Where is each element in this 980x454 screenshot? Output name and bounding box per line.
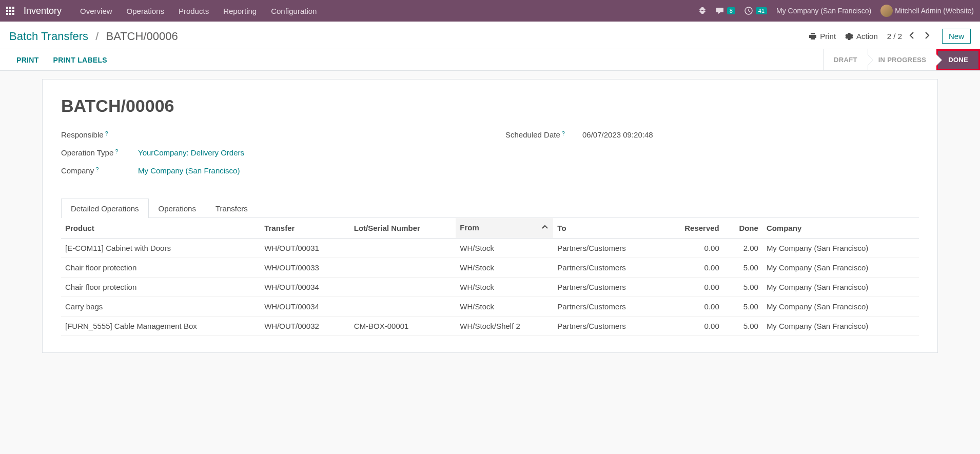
cell-done: 2.00	[723, 239, 762, 258]
cell-company: My Company (San Francisco)	[762, 258, 919, 278]
value-company[interactable]: My Company (San Francisco)	[138, 166, 240, 175]
th-company[interactable]: Company	[762, 218, 919, 239]
cell-to: Partners/Customers	[553, 239, 662, 258]
table-row[interactable]: [E-COM11] Cabinet with Doors WH/OUT/0003…	[61, 239, 919, 258]
navbar: Inventory Overview Operations Products R…	[0, 0, 980, 22]
table-row[interactable]: [FURN_5555] Cable Management Box WH/OUT/…	[61, 317, 919, 336]
cell-lot	[350, 258, 456, 278]
nav-operations[interactable]: Operations	[127, 7, 164, 15]
cell-transfer: WH/OUT/00034	[260, 297, 350, 317]
cell-transfer: WH/OUT/00032	[260, 317, 350, 336]
form-container: BATCH/00006 Responsible ? Operation Type…	[0, 71, 980, 373]
cell-company: My Company (San Francisco)	[762, 317, 919, 336]
th-done[interactable]: Done	[723, 218, 762, 239]
cell-to: Partners/Customers	[553, 278, 662, 297]
status-done[interactable]: DONE	[936, 49, 980, 70]
chevron-right-icon	[923, 31, 931, 40]
cell-done: 5.00	[723, 258, 762, 278]
cell-done: 5.00	[723, 297, 762, 317]
help-icon[interactable]: ?	[115, 148, 118, 154]
cell-reserved: 0.00	[662, 258, 723, 278]
breadcrumb: Batch Transfers / BATCH/00006	[9, 30, 178, 43]
help-icon[interactable]: ?	[105, 130, 108, 136]
th-lot[interactable]: Lot/Serial Number	[350, 218, 456, 239]
cell-product: Carry bags	[61, 297, 260, 317]
table-row[interactable]: Carry bags WH/OUT/00034 WH/Stock Partner…	[61, 297, 919, 317]
th-product[interactable]: Product	[61, 218, 260, 239]
statusbar: DRAFT IN PROGRESS DONE	[823, 49, 980, 70]
help-icon[interactable]: ?	[95, 166, 99, 172]
avatar-icon	[880, 5, 893, 17]
action-label: Action	[856, 32, 878, 41]
table-row[interactable]: Chair floor protection WH/OUT/00034 WH/S…	[61, 278, 919, 297]
cell-from: WH/Stock	[456, 239, 553, 258]
label-responsible: Responsible	[61, 130, 104, 139]
apps-icon[interactable]	[6, 7, 14, 15]
cell-done: 5.00	[723, 317, 762, 336]
cell-company: My Company (San Francisco)	[762, 297, 919, 317]
cell-lot: CM-BOX-00001	[350, 317, 456, 336]
th-transfer[interactable]: Transfer	[260, 218, 350, 239]
table-row[interactable]: Chair floor protection WH/OUT/00033 WH/S…	[61, 258, 919, 278]
cell-lot	[350, 297, 456, 317]
operations-table: Product Transfer Lot/Serial Number From …	[61, 218, 919, 336]
cell-to: Partners/Customers	[553, 258, 662, 278]
print-dropdown[interactable]: Print	[809, 32, 836, 41]
th-to[interactable]: To	[553, 218, 662, 239]
nav-configuration[interactable]: Configuration	[271, 7, 317, 15]
action-dropdown[interactable]: Action	[845, 32, 878, 41]
cell-transfer: WH/OUT/00034	[260, 278, 350, 297]
value-scheduled-date[interactable]: 06/07/2023 09:20:48	[582, 130, 919, 139]
user-menu[interactable]: Mitchell Admin (Website)	[880, 5, 974, 17]
tab-operations[interactable]: Operations	[149, 199, 206, 218]
tab-detailed-operations[interactable]: Detailed Operations	[61, 199, 149, 218]
cell-transfer: WH/OUT/00031	[260, 239, 350, 258]
cell-reserved: 0.00	[662, 239, 723, 258]
cell-done: 5.00	[723, 278, 762, 297]
cell-product: Chair floor protection	[61, 258, 260, 278]
breadcrumb-current: BATCH/00006	[106, 30, 178, 43]
cell-to: Partners/Customers	[553, 317, 662, 336]
cell-reserved: 0.00	[662, 278, 723, 297]
th-from-label: From	[460, 223, 479, 232]
messaging-icon[interactable]: 8	[716, 7, 735, 15]
cell-product: [FURN_5555] Cable Management Box	[61, 317, 260, 336]
cell-lot	[350, 278, 456, 297]
tab-transfers[interactable]: Transfers	[206, 199, 258, 218]
pager-value[interactable]: 2 / 2	[887, 32, 902, 41]
th-from[interactable]: From	[456, 218, 553, 239]
company-selector[interactable]: My Company (San Francisco)	[776, 7, 871, 15]
gear-icon	[845, 32, 853, 41]
debug-icon[interactable]	[698, 7, 707, 15]
status-draft[interactable]: DRAFT	[823, 49, 868, 70]
pager-prev[interactable]	[906, 30, 918, 42]
cell-from: WH/Stock	[456, 297, 553, 317]
messages-badge: 8	[727, 7, 735, 14]
cell-reserved: 0.00	[662, 317, 723, 336]
pager-next[interactable]	[920, 30, 933, 42]
nav-menu: Overview Operations Products Reporting C…	[80, 7, 317, 15]
user-name: Mitchell Admin (Website)	[895, 7, 974, 15]
help-icon[interactable]: ?	[562, 130, 565, 136]
app-brand[interactable]: Inventory	[24, 6, 62, 16]
status-in-progress[interactable]: IN PROGRESS	[868, 49, 937, 70]
new-button[interactable]: New	[942, 29, 971, 44]
value-responsible[interactable]	[138, 130, 475, 139]
nav-products[interactable]: Products	[179, 7, 209, 15]
print-button[interactable]: PRINT	[16, 56, 39, 64]
nav-overview[interactable]: Overview	[80, 7, 112, 15]
record-title: BATCH/00006	[61, 96, 919, 116]
breadcrumb-parent[interactable]: Batch Transfers	[9, 30, 88, 43]
print-labels-button[interactable]: PRINT LABELS	[53, 56, 108, 64]
cell-product: Chair floor protection	[61, 278, 260, 297]
value-operation-type[interactable]: YourCompany: Delivery Orders	[138, 148, 244, 157]
th-reserved[interactable]: Reserved	[662, 218, 723, 239]
breadcrumb-separator: /	[95, 30, 99, 43]
tabs: Detailed Operations Operations Transfers	[61, 199, 919, 218]
nav-reporting[interactable]: Reporting	[223, 7, 257, 15]
label-scheduled-date: Scheduled Date	[505, 130, 560, 139]
cell-to: Partners/Customers	[553, 297, 662, 317]
cell-product: [E-COM11] Cabinet with Doors	[61, 239, 260, 258]
activity-icon[interactable]: 41	[744, 7, 767, 15]
cell-company: My Company (San Francisco)	[762, 278, 919, 297]
